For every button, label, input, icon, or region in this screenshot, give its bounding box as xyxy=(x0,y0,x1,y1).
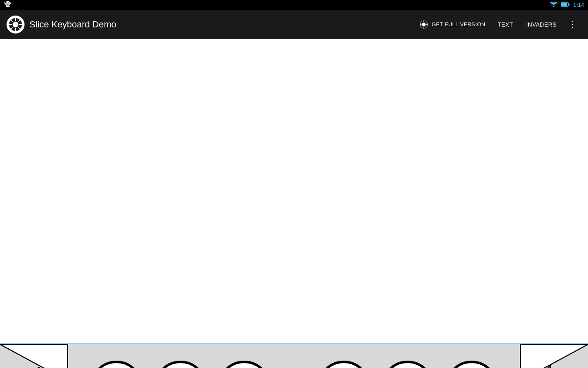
sliders-button[interactable] xyxy=(29,365,54,368)
svg-point-0 xyxy=(553,6,554,7)
app-bar: Slice Keyboard Demo GET FULL VERSION TEX… xyxy=(0,10,588,39)
keyboard-main: 123 xyxy=(0,344,588,368)
main-content[interactable] xyxy=(0,39,588,344)
left-controls: 123 xyxy=(0,344,67,368)
keys-row xyxy=(68,344,520,368)
right-panel xyxy=(521,344,588,368)
battery-icon xyxy=(561,2,570,8)
key-1[interactable] xyxy=(90,361,143,368)
invaders-button[interactable]: INVADERS xyxy=(520,18,562,31)
app-logo xyxy=(7,16,24,34)
wifi-icon xyxy=(550,2,558,9)
svg-point-15 xyxy=(422,22,426,26)
svg-point-5 xyxy=(13,21,18,27)
right-top-controls xyxy=(543,357,584,368)
key-5[interactable] xyxy=(381,361,434,368)
svg-rect-3 xyxy=(561,3,567,6)
backspace-button[interactable] xyxy=(543,365,564,368)
app-bar-actions: GET FULL VERSION TEXT INVADERS ⋮ xyxy=(414,16,581,33)
key-6[interactable] xyxy=(445,361,498,368)
get-full-version-button[interactable]: GET FULL VERSION xyxy=(414,17,490,32)
right-controls xyxy=(521,344,588,368)
app-title-section: Slice Keyboard Demo xyxy=(7,16,414,34)
app-title: Slice Keyboard Demo xyxy=(29,19,116,30)
status-bar: 👻 1:14 xyxy=(0,0,588,10)
keyboard-body-shape xyxy=(68,344,520,368)
overflow-menu-button[interactable]: ⋮ xyxy=(564,16,581,33)
key-4[interactable] xyxy=(317,361,370,368)
notification-icon: 👻 xyxy=(4,1,11,7)
svg-marker-37 xyxy=(544,366,563,368)
svg-rect-2 xyxy=(568,4,570,5)
key-3[interactable] xyxy=(218,361,271,368)
text-button[interactable]: TEXT xyxy=(492,18,519,31)
key-2[interactable] xyxy=(154,361,207,368)
full-version-label: GET FULL VERSION xyxy=(432,21,486,27)
keyboard-center xyxy=(67,344,521,368)
left-top-controls xyxy=(4,357,54,368)
status-time: 1:14 xyxy=(573,2,584,8)
keyboard-area: 123 xyxy=(0,344,588,368)
left-panel: 123 xyxy=(0,344,67,368)
